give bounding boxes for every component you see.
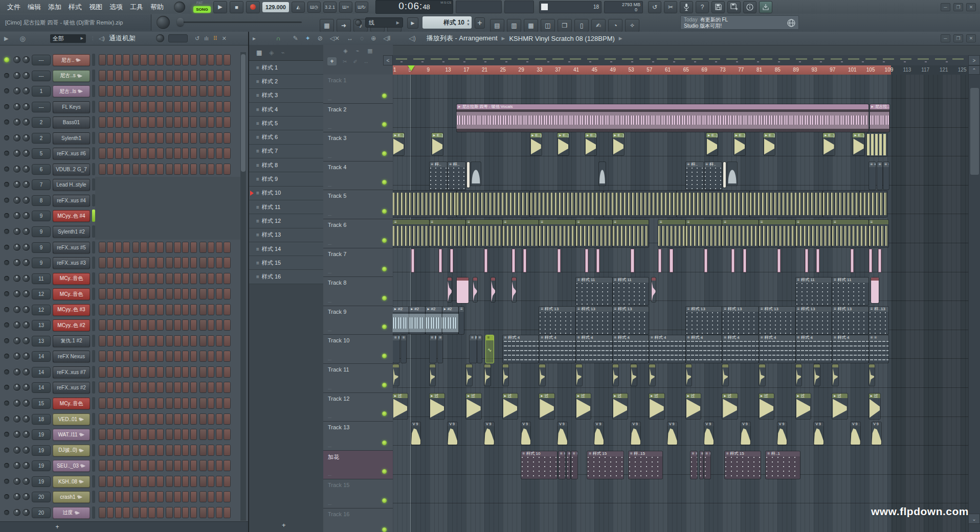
step-cell[interactable] bbox=[157, 101, 164, 112]
channel-name-button[interactable]: 复仇.1 #2 bbox=[53, 335, 90, 347]
step-cell[interactable] bbox=[99, 445, 106, 456]
channel-volume-knob[interactable] bbox=[23, 87, 30, 95]
clip-fill[interactable]: ≡样式 15 bbox=[587, 451, 623, 479]
track-led[interactable] bbox=[382, 527, 387, 532]
clip-chop[interactable] bbox=[805, 249, 808, 272]
step-cell[interactable] bbox=[132, 304, 140, 315]
step-cell[interactable] bbox=[174, 164, 181, 175]
step-cell[interactable] bbox=[182, 148, 189, 159]
clip-pats[interactable]: ≡ bbox=[877, 162, 882, 190]
step-cell[interactable] bbox=[224, 132, 231, 144]
step-cell[interactable] bbox=[166, 117, 173, 128]
clip-crash[interactable]: V 9 bbox=[777, 422, 787, 445]
clip-bluewave[interactable]: ▸#2 bbox=[409, 307, 425, 334]
pattern-item[interactable]: ≡样式 8 bbox=[249, 158, 323, 172]
menu-item[interactable]: 编辑 bbox=[25, 2, 44, 13]
add-track-button[interactable]: + bbox=[327, 57, 337, 65]
step-cell[interactable] bbox=[99, 460, 106, 471]
detach-icon[interactable]: ▸ bbox=[249, 35, 259, 42]
clip-imp[interactable] bbox=[393, 364, 399, 386]
channel-volume-knob[interactable] bbox=[23, 212, 30, 219]
draw-icon[interactable]: ✎ bbox=[289, 35, 302, 42]
step-cell[interactable] bbox=[199, 70, 207, 81]
step-cell[interactable] bbox=[99, 148, 106, 159]
step-cell[interactable] bbox=[123, 319, 130, 331]
clip-kick[interactable] bbox=[823, 191, 859, 217]
step-cell[interactable] bbox=[123, 366, 130, 378]
track-led[interactable] bbox=[382, 151, 387, 156]
step-cell[interactable] bbox=[166, 148, 173, 159]
step-cell[interactable] bbox=[148, 366, 155, 378]
step-cell[interactable] bbox=[148, 335, 155, 346]
clip-loop[interactable]: ≡ bbox=[576, 220, 612, 247]
channel-select-strip[interactable] bbox=[92, 428, 95, 441]
step-cell[interactable] bbox=[166, 366, 173, 378]
step-cell[interactable] bbox=[224, 288, 231, 299]
step-cell[interactable] bbox=[140, 335, 147, 346]
step-cell[interactable] bbox=[115, 476, 122, 487]
step-cell[interactable] bbox=[140, 101, 147, 112]
step-cell[interactable] bbox=[132, 335, 140, 346]
step-cell[interactable] bbox=[140, 54, 147, 65]
piano-icon[interactable]: ▦ bbox=[367, 48, 372, 54]
step-cell[interactable] bbox=[140, 304, 147, 315]
channel-pan-knob[interactable] bbox=[13, 259, 20, 266]
step-cell[interactable] bbox=[224, 351, 231, 362]
clip-chop[interactable] bbox=[777, 249, 781, 272]
step-cell[interactable] bbox=[107, 460, 114, 471]
clip-vocal[interactable]: ▸尼古拉..cals bbox=[870, 104, 889, 132]
channel-led[interactable] bbox=[4, 510, 9, 515]
track-led[interactable] bbox=[382, 411, 387, 416]
step-cell[interactable] bbox=[107, 413, 114, 425]
step-cell[interactable] bbox=[140, 460, 147, 471]
step-cell[interactable] bbox=[140, 132, 147, 144]
track-header[interactable]: Track 16--- bbox=[323, 508, 393, 532]
channel-select-strip[interactable] bbox=[92, 304, 95, 316]
step-cell[interactable] bbox=[166, 351, 173, 362]
clip-pat[interactable]: ≡样式 11 bbox=[576, 277, 612, 305]
step-cell[interactable] bbox=[132, 85, 140, 97]
playlist-scrollbar[interactable] bbox=[968, 75, 980, 532]
step-cell[interactable] bbox=[107, 491, 114, 502]
channel-name-button[interactable]: FL Keys bbox=[53, 101, 90, 113]
step-cell[interactable] bbox=[199, 304, 207, 315]
clip-imp[interactable] bbox=[503, 364, 509, 386]
channel-volume-knob[interactable] bbox=[23, 166, 30, 173]
step-cell[interactable] bbox=[216, 288, 223, 299]
step-cell[interactable] bbox=[107, 398, 114, 409]
channel-target-box[interactable]: 9 bbox=[32, 242, 51, 253]
step-cell[interactable] bbox=[99, 132, 106, 144]
step-cell[interactable] bbox=[199, 366, 207, 378]
step-cell[interactable] bbox=[166, 413, 173, 425]
step-cell[interactable] bbox=[123, 398, 130, 409]
step-cell[interactable] bbox=[216, 117, 223, 128]
clip-crash[interactable]: V 9 bbox=[594, 422, 604, 445]
channel-target-box[interactable]: 12 bbox=[32, 305, 51, 315]
channel-target-box[interactable]: 19 bbox=[32, 429, 51, 440]
step-cell[interactable] bbox=[182, 382, 189, 393]
cpu-panel[interactable]: 18 bbox=[539, 1, 602, 13]
channel-pan-knob[interactable] bbox=[13, 150, 20, 157]
step-cell[interactable] bbox=[199, 398, 207, 409]
cut-icon[interactable]: ✂ bbox=[343, 59, 347, 64]
step-cell[interactable] bbox=[123, 335, 130, 346]
step-cell[interactable] bbox=[199, 132, 207, 144]
step-cell[interactable] bbox=[132, 351, 140, 362]
track-header[interactable]: 加花--- bbox=[323, 451, 393, 480]
channel-target-box[interactable]: 8 bbox=[32, 195, 51, 206]
close-icon[interactable]: ✕ bbox=[222, 35, 227, 42]
step-cell[interactable] bbox=[224, 319, 231, 331]
clip-pats[interactable]: ≡≡ bbox=[438, 335, 443, 363]
step-cell[interactable] bbox=[132, 445, 140, 456]
step-cell[interactable] bbox=[132, 132, 140, 144]
step-cell[interactable] bbox=[174, 257, 181, 268]
oscilloscope-panel[interactable] bbox=[456, 1, 502, 13]
speaker-icon[interactable]: ◁) bbox=[406, 35, 419, 42]
channel-led[interactable] bbox=[4, 245, 9, 250]
step-cell[interactable] bbox=[132, 54, 140, 65]
step-cell[interactable] bbox=[166, 398, 173, 409]
clip-imp[interactable] bbox=[832, 364, 838, 386]
step-cell[interactable] bbox=[123, 54, 130, 65]
countdown-icon[interactable]: 3.2.1 bbox=[323, 2, 337, 13]
channel-select-strip[interactable] bbox=[92, 85, 95, 97]
